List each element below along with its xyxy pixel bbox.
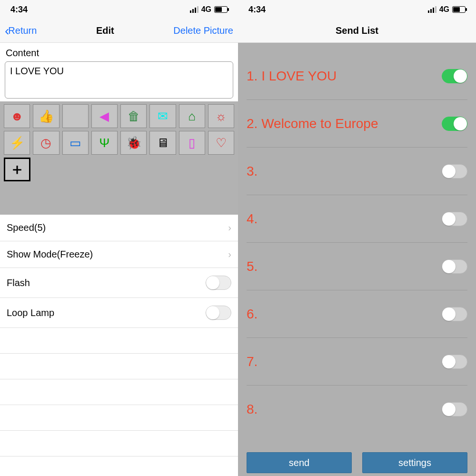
- flash-row: Flash: [0, 268, 238, 298]
- list-item: [0, 431, 238, 456]
- content-label: Content: [0, 43, 238, 61]
- row-label: 2. Welcome to Europe: [247, 116, 378, 131]
- edit-screen: 4:34 4G ‹ Return Edit Delete Picture Con…: [0, 0, 238, 476]
- flash-toggle[interactable]: [206, 276, 231, 290]
- battery-icon: [452, 6, 466, 13]
- navbar: ‹ Return Edit Delete Picture: [0, 19, 238, 43]
- heart-icon[interactable]: ♡: [208, 131, 234, 155]
- list-item: 3.: [247, 148, 467, 195]
- list-item: [0, 456, 238, 476]
- network-label: 4G: [201, 5, 211, 14]
- list-item: 5.: [247, 243, 467, 290]
- row-toggle[interactable]: [442, 212, 467, 226]
- row-toggle[interactable]: [442, 164, 467, 178]
- list-item: 8.: [247, 386, 467, 433]
- send-button[interactable]: send: [247, 452, 352, 473]
- signal-icon: [428, 6, 436, 13]
- bolt-icon[interactable]: ⚡: [4, 131, 30, 155]
- status-indicators: 4G: [190, 5, 228, 14]
- settings-list: Speed(5) › Show Mode(Freeze) › Flash Loo…: [0, 215, 238, 476]
- row-label: 5.: [247, 259, 258, 274]
- row-toggle[interactable]: [442, 402, 467, 416]
- loop-lamp-label: Loop Lamp: [7, 307, 54, 318]
- network-label: 4G: [439, 5, 449, 14]
- page-title: Send List: [336, 25, 378, 36]
- row-toggle[interactable]: [442, 117, 467, 131]
- row-toggle[interactable]: [442, 69, 467, 83]
- apple-icon[interactable]: [62, 104, 89, 128]
- row-label: 7.: [247, 354, 258, 369]
- icon-grid: ☻ 👍 ◀ 🗑 ✉ ⌂ ☼ ⚡ ◷ ▭ Ψ 🐞 🖥 ▯ ♡: [4, 104, 234, 155]
- chevron-right-icon: ›: [228, 249, 231, 260]
- chevron-right-icon: ›: [228, 222, 231, 233]
- row-toggle[interactable]: [442, 259, 467, 274]
- loop-lamp-row: Loop Lamp: [0, 298, 238, 328]
- list-item: 4.: [247, 195, 467, 243]
- list-item: [0, 405, 238, 431]
- music-icon[interactable]: ▯: [179, 131, 205, 155]
- list-item: 1. I LOVE YOU: [247, 52, 467, 100]
- show-mode-label: Show Mode(Freeze): [7, 249, 93, 260]
- sun-icon[interactable]: ☼: [208, 104, 234, 128]
- flash-label: Flash: [7, 278, 30, 288]
- antenna-icon[interactable]: Ψ: [91, 131, 118, 155]
- back-button[interactable]: ‹ Return: [5, 23, 37, 39]
- battery-icon: [214, 6, 228, 13]
- mail-icon[interactable]: ✉: [149, 104, 176, 128]
- row-label: 4.: [247, 211, 258, 227]
- chat-icon[interactable]: ▭: [62, 131, 89, 155]
- row-label: 1. I LOVE YOU: [247, 69, 337, 84]
- monitor-icon[interactable]: 🖥: [149, 131, 176, 155]
- add-icon-button[interactable]: ＋: [4, 158, 30, 181]
- row-toggle[interactable]: [442, 355, 467, 369]
- list-item: [0, 379, 238, 405]
- list-item: 2. Welcome to Europe: [247, 100, 467, 148]
- home-icon[interactable]: ⌂: [179, 104, 205, 128]
- trash-icon[interactable]: 🗑: [120, 104, 147, 128]
- show-mode-row[interactable]: Show Mode(Freeze) ›: [0, 241, 238, 268]
- status-indicators: 4G: [428, 5, 466, 14]
- content-input[interactable]: I LOVE YOU: [5, 61, 233, 99]
- bug-icon[interactable]: 🐞: [120, 131, 147, 155]
- send-list-screen: 4:34 4G Send List 1. I LOVE YOU 2. Welco…: [238, 0, 476, 476]
- clock-icon[interactable]: ◷: [33, 131, 59, 155]
- bottom-toolbar: send settings: [238, 452, 476, 476]
- list-item: [0, 354, 238, 379]
- row-label: 3.: [247, 164, 258, 179]
- status-bar: 4:34 4G: [238, 0, 476, 19]
- row-toggle[interactable]: [442, 307, 467, 321]
- speed-label: Speed(5): [7, 222, 46, 233]
- send-list: 1. I LOVE YOU 2. Welcome to Europe 3. 4.…: [238, 43, 476, 433]
- back-label: Return: [8, 25, 37, 36]
- list-item: [0, 328, 238, 354]
- icon-palette: ☻ 👍 ◀ 🗑 ✉ ⌂ ☼ ⚡ ◷ ▭ Ψ 🐞 🖥 ▯ ♡ ＋: [0, 101, 238, 215]
- signal-icon: [190, 6, 198, 13]
- status-time: 4:34: [10, 5, 28, 15]
- settings-button[interactable]: settings: [362, 452, 467, 473]
- row-label: 6.: [247, 307, 258, 322]
- loop-lamp-toggle[interactable]: [206, 306, 231, 320]
- status-bar: 4:34 4G: [0, 0, 238, 19]
- status-time: 4:34: [248, 5, 266, 15]
- prev-track-icon[interactable]: ◀: [91, 104, 118, 128]
- list-item: 6.: [247, 290, 467, 338]
- face-icon[interactable]: ☻: [4, 104, 30, 128]
- thumbs-up-icon[interactable]: 👍: [33, 104, 59, 128]
- list-item: 7.: [247, 338, 467, 386]
- page-title: Edit: [96, 25, 114, 36]
- navbar: Send List: [238, 19, 476, 43]
- speed-row[interactable]: Speed(5) ›: [0, 215, 238, 241]
- delete-picture-button[interactable]: Delete Picture: [173, 25, 233, 36]
- row-label: 8.: [247, 402, 258, 417]
